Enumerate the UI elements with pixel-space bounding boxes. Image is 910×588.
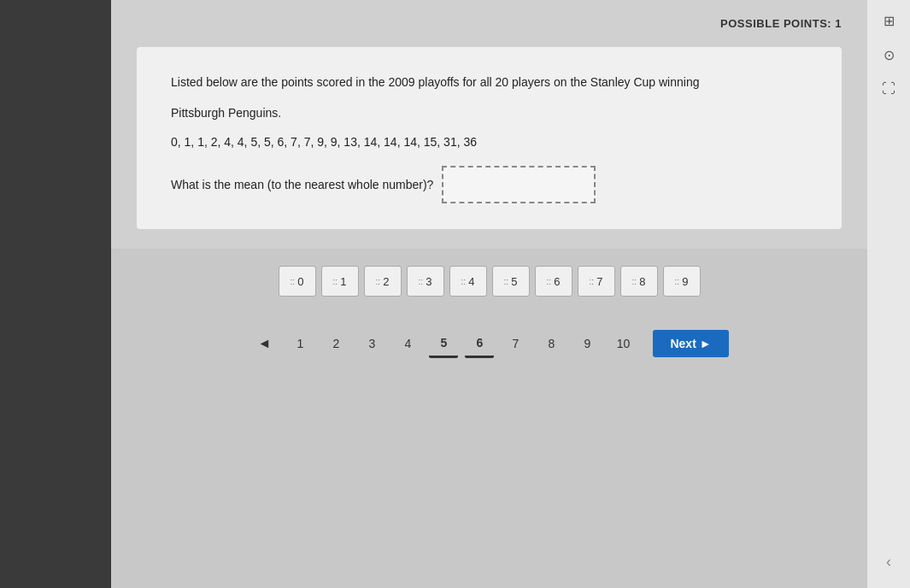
resize-icon[interactable]: ⛶ <box>877 77 901 101</box>
next-button[interactable]: Next ► <box>653 330 728 357</box>
page-2-button[interactable]: 2 <box>321 329 350 358</box>
number-tile-2[interactable]: ::2 <box>364 266 402 297</box>
number-tile-8[interactable]: ::8 <box>620 266 658 297</box>
number-tile-1[interactable]: ::1 <box>321 266 359 297</box>
page-7-button[interactable]: 7 <box>501 329 530 358</box>
page-1-button[interactable]: 1 <box>285 329 314 358</box>
number-tile-7[interactable]: ::7 <box>578 266 615 297</box>
question-card: Listed below are the points scored in th… <box>137 47 842 229</box>
right-sidebar: ⊞ ⊙ ⛶ ‹ <box>867 0 910 588</box>
content-wrapper: POSSIBLE POINTS: 1 Listed below are the … <box>111 0 867 249</box>
page-10-button[interactable]: 10 <box>608 329 637 358</box>
grid-icon[interactable]: ⊞ <box>877 9 901 32</box>
page-4-button[interactable]: 4 <box>393 329 422 358</box>
number-tile-3[interactable]: ::3 <box>407 266 444 297</box>
page-3-button[interactable]: 3 <box>357 329 386 358</box>
answer-input-box[interactable] <box>442 166 596 203</box>
page-5-button[interactable]: 5 <box>429 329 458 358</box>
question-text-line2: Pittsburgh Penguins. <box>171 103 807 122</box>
number-tile-0[interactable]: ::0 <box>279 266 316 297</box>
question-text-line1: Listed below are the points scored in th… <box>171 73 807 91</box>
number-tile-4[interactable]: ::4 <box>449 266 487 297</box>
page-8-button[interactable]: 8 <box>537 329 566 358</box>
power-icon[interactable]: ⊙ <box>877 43 901 67</box>
data-values: 0, 1, 1, 2, 4, 4, 5, 5, 6, 7, 7, 9, 9, 1… <box>171 135 807 149</box>
number-tile-6[interactable]: ::6 <box>535 266 572 297</box>
chevron-left-icon[interactable]: ‹ <box>886 553 891 571</box>
input-prompt: What is the mean (to the nearest whole n… <box>171 178 433 191</box>
page-6-button[interactable]: 6 <box>465 329 494 358</box>
bottom-area <box>111 373 867 588</box>
number-tile-5[interactable]: ::5 <box>492 266 530 297</box>
pagination-section: ◄ 1 2 3 4 5 6 7 8 9 10 Next ► <box>111 314 867 373</box>
prev-button[interactable]: ◄ <box>250 329 279 358</box>
page-9-button[interactable]: 9 <box>572 329 602 358</box>
question-input-row: What is the mean (to the nearest whole n… <box>171 166 807 203</box>
left-panel <box>0 0 111 588</box>
possible-points-label: POSSIBLE POINTS: 1 <box>137 17 842 30</box>
number-tiles-section: ::0::1::2::3::4::5::6::7::8::9 <box>111 249 867 314</box>
main-area: POSSIBLE POINTS: 1 Listed below are the … <box>111 0 867 588</box>
number-tile-9[interactable]: ::9 <box>663 266 701 297</box>
